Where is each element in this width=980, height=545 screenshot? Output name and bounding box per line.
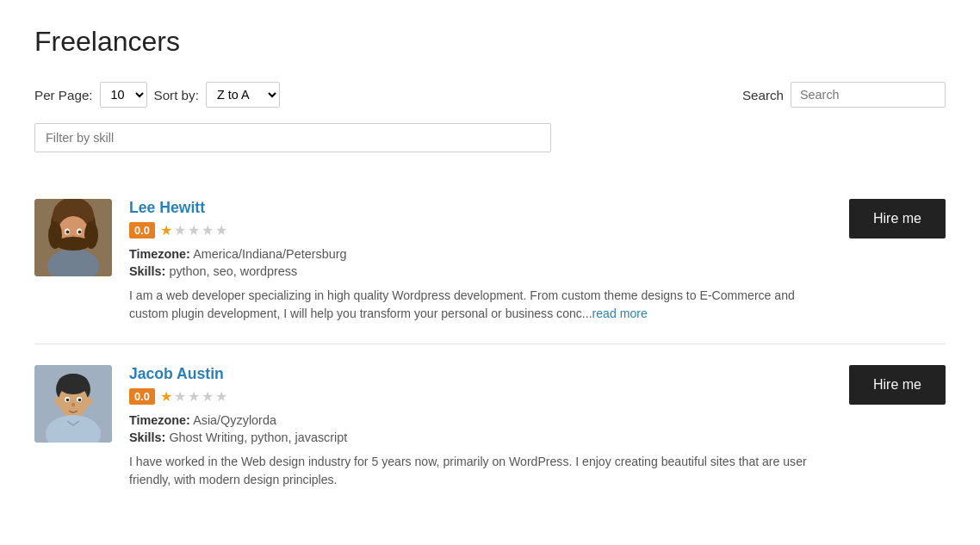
star-1: ★ — [160, 388, 172, 405]
avatar — [34, 199, 112, 276]
per-page-label: Per Page: — [34, 88, 93, 102]
svg-point-20 — [66, 399, 70, 402]
freelancer-card: Jacob Austin 0.0 ★ ★ ★ ★ ★ Timezone: Asi… — [34, 344, 946, 510]
skills-value: Ghost Writing, python, javascript — [169, 430, 347, 444]
skills-value: python, seo, wordpress — [169, 264, 297, 278]
skills-label: Skills: — [129, 264, 165, 278]
page-title: Freelancers — [34, 26, 946, 58]
skills-label: Skills: — [129, 430, 165, 444]
rating-badge: 0.0 — [129, 388, 155, 405]
skills-row: Skills: Ghost Writing, python, javascrip… — [129, 430, 832, 444]
rating-row: 0.0 ★ ★ ★ ★ ★ — [129, 388, 832, 405]
bio: I am a web developer specializing in hig… — [129, 287, 832, 323]
svg-point-22 — [71, 403, 75, 407]
freelancer-name[interactable]: Lee Hewitt — [129, 199, 832, 217]
controls-right: Search — [742, 82, 946, 108]
svg-point-13 — [56, 237, 90, 251]
svg-point-8 — [66, 231, 70, 234]
timezone-label: Timezone: — [129, 413, 190, 427]
freelancer-info: Lee Hewitt 0.0 ★ ★ ★ ★ ★ Timezone: Ameri… — [129, 199, 832, 323]
per-page-select[interactable]: 10 5 20 50 — [100, 82, 147, 108]
read-more-link[interactable]: read more — [592, 307, 648, 320]
sort-select[interactable]: Z to A A to Z Newest Oldest — [206, 82, 280, 108]
controls-left: Per Page: 10 5 20 50 Sort by: Z to A A t… — [34, 82, 734, 108]
star-5: ★ — [215, 222, 227, 238]
stars: ★ ★ ★ ★ ★ — [160, 388, 227, 405]
bio-text: I have worked in the Web design industry… — [129, 455, 807, 486]
freelancer-name[interactable]: Jacob Austin — [129, 365, 832, 383]
star-3: ★ — [188, 222, 200, 238]
star-4: ★ — [202, 388, 214, 405]
hire-me-button[interactable]: Hire me — [849, 365, 946, 405]
timezone-row: Timezone: America/Indiana/Petersburg — [129, 247, 832, 261]
star-3: ★ — [188, 388, 200, 405]
avatar — [34, 365, 112, 443]
search-input[interactable] — [791, 82, 946, 108]
star-2: ★ — [174, 388, 186, 405]
stars: ★ ★ ★ ★ ★ — [160, 222, 227, 238]
search-label: Search — [742, 88, 784, 102]
freelancer-card: Lee Hewitt 0.0 ★ ★ ★ ★ ★ Timezone: Ameri… — [34, 178, 946, 344]
svg-point-23 — [54, 397, 61, 406]
svg-point-24 — [85, 397, 92, 406]
star-1: ★ — [160, 222, 172, 238]
filter-row — [34, 123, 946, 152]
rating-row: 0.0 ★ ★ ★ ★ ★ — [129, 222, 832, 238]
star-5: ★ — [215, 388, 227, 405]
bio: I have worked in the Web design industry… — [129, 453, 832, 489]
freelancer-info: Jacob Austin 0.0 ★ ★ ★ ★ ★ Timezone: Asi… — [129, 365, 832, 489]
timezone-value: America/Indiana/Petersburg — [193, 247, 346, 261]
hire-me-button[interactable]: Hire me — [849, 199, 946, 238]
svg-point-21 — [78, 399, 82, 402]
bio-text: I am a web developer specializing in hig… — [129, 288, 795, 320]
timezone-label: Timezone: — [129, 247, 190, 261]
star-2: ★ — [174, 222, 186, 238]
svg-point-9 — [78, 231, 82, 234]
filter-by-skill-input[interactable] — [34, 123, 551, 152]
rating-badge: 0.0 — [129, 222, 155, 238]
star-4: ★ — [202, 222, 214, 238]
freelancer-list: Lee Hewitt 0.0 ★ ★ ★ ★ ★ Timezone: Ameri… — [34, 178, 946, 510]
timezone-value: Asia/Qyzylorda — [193, 413, 276, 427]
sort-label: Sort by: — [154, 88, 199, 102]
timezone-row: Timezone: Asia/Qyzylorda — [129, 413, 832, 427]
skills-row: Skills: python, seo, wordpress — [129, 264, 832, 278]
svg-point-17 — [58, 374, 89, 394]
controls-row: Per Page: 10 5 20 50 Sort by: Z to A A t… — [34, 82, 946, 108]
